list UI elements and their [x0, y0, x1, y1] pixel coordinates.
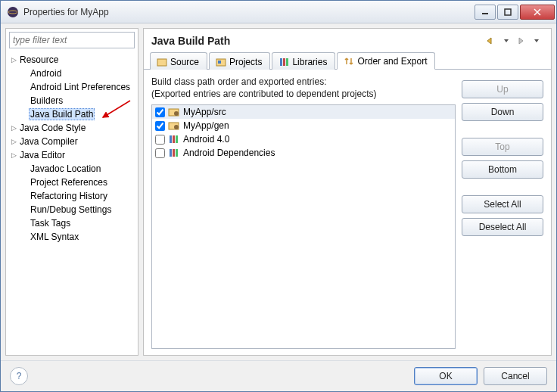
tree-item-xml-syntax[interactable]: XML Syntax: [6, 230, 138, 244]
tree-item-run-debug-settings[interactable]: Run/Debug Settings: [6, 203, 138, 216]
svg-point-14: [174, 111, 179, 116]
close-button[interactable]: [520, 5, 555, 20]
expand-icon[interactable]: ▷: [9, 138, 18, 145]
tree-item-label: Resource: [18, 54, 60, 65]
bottom-button[interactable]: Bottom: [462, 160, 543, 179]
select-all-button[interactable]: Select All: [462, 195, 543, 213]
tree-item-label: Java Build Path: [29, 108, 95, 120]
minimize-button[interactable]: [475, 5, 496, 20]
tree-item-label: Javadoc Location: [29, 163, 102, 174]
expand-icon[interactable]: ▷: [9, 56, 18, 64]
tree-item-javadoc-location[interactable]: Javadoc Location: [6, 162, 138, 176]
tab-label: Projects: [229, 57, 262, 67]
tab-label: Order and Export: [357, 56, 427, 67]
tree-item-label: Java Compiler: [18, 136, 79, 147]
library-icon: [168, 148, 180, 158]
down-button[interactable]: Down: [462, 103, 543, 121]
window-title: Properties for MyApp: [23, 7, 473, 17]
tab-source[interactable]: Source: [150, 52, 207, 70]
svg-rect-18: [173, 135, 175, 143]
entry-label: MyApp/src: [183, 107, 226, 117]
tree-item-builders[interactable]: Builders: [6, 94, 138, 107]
cancel-button[interactable]: Cancel: [484, 367, 547, 385]
tree-item-label: Builders: [29, 95, 64, 106]
expand-icon[interactable]: ▷: [9, 151, 18, 159]
svg-rect-22: [176, 149, 178, 157]
tree-item-java-code-style[interactable]: ▷Java Code Style: [6, 121, 138, 135]
ok-button[interactable]: OK: [414, 367, 478, 385]
category-sidebar: ▷ResourceAndroidAndroid Lint Preferences…: [5, 28, 138, 356]
tree-item-project-references[interactable]: Project References: [6, 176, 138, 189]
svg-rect-12: [286, 58, 288, 66]
svg-rect-11: [283, 58, 285, 66]
deselect-all-button[interactable]: Deselect All: [462, 218, 543, 236]
entry-checkbox[interactable]: [155, 121, 165, 131]
eclipse-icon: [7, 6, 19, 18]
page-title: Java Build Path: [151, 35, 484, 47]
entries-list[interactable]: MyApp/srcMyApp/genAndroid 4.0Android Dep…: [151, 104, 456, 349]
tree-item-label: Android: [29, 68, 63, 79]
svg-point-0: [8, 7, 18, 17]
tree-item-label: Android Lint Preferences: [29, 82, 132, 92]
projects-icon: [216, 57, 226, 67]
entry-checkbox[interactable]: [155, 148, 165, 158]
tab-label: Libraries: [292, 57, 327, 67]
top-button[interactable]: Top: [462, 138, 543, 156]
source-icon: [157, 57, 167, 67]
tree-item-android-lint-preferences[interactable]: Android Lint Preferences: [6, 80, 138, 94]
entry-label: MyApp/gen: [183, 120, 229, 131]
titlebar[interactable]: Properties for MyApp: [1, 1, 556, 23]
entry-label: Android 4.0: [183, 134, 229, 145]
description-line2: (Exported entries are contributed to dep…: [151, 88, 456, 100]
package-folder-icon: [168, 107, 180, 117]
entry-checkbox[interactable]: [155, 107, 165, 117]
tree-item-refactoring-history[interactable]: Refactoring History: [6, 189, 138, 203]
libraries-icon: [278, 57, 289, 67]
tree-item-label: Run/Debug Settings: [29, 204, 113, 215]
category-tree[interactable]: ▷ResourceAndroidAndroid Lint Preferences…: [6, 51, 138, 355]
tree-item-resource[interactable]: ▷Resource: [6, 53, 138, 67]
svg-rect-10: [280, 58, 282, 66]
package-folder-icon: [168, 120, 180, 131]
tree-item-java-editor[interactable]: ▷Java Editor: [6, 148, 138, 162]
tree-item-label: Project References: [29, 177, 109, 188]
help-button[interactable]: ?: [10, 367, 28, 385]
tree-item-label: Java Editor: [18, 150, 67, 160]
tree-item-label: XML Syntax: [29, 232, 80, 242]
tree-item-java-compiler[interactable]: ▷Java Compiler: [6, 135, 138, 148]
tree-item-java-build-path[interactable]: Java Build Path: [6, 107, 138, 121]
order-icon: [344, 56, 354, 67]
svg-rect-21: [173, 149, 175, 157]
filter-input[interactable]: [9, 32, 135, 48]
library-icon: [168, 134, 180, 145]
svg-rect-17: [170, 135, 172, 143]
svg-rect-7: [157, 59, 166, 66]
description-line1: Build class path order and exported entr…: [151, 76, 456, 88]
tab-libraries[interactable]: Libraries: [272, 52, 335, 70]
expand-icon[interactable]: ▷: [9, 124, 18, 132]
tab-order-and-export[interactable]: Order and Export: [337, 52, 435, 70]
tree-item-task-tags[interactable]: Task Tags: [6, 216, 138, 230]
entry-row[interactable]: MyApp/src: [152, 105, 455, 119]
back-menu-icon[interactable]: [499, 35, 513, 47]
tree-item-label: Task Tags: [29, 218, 72, 229]
tree-item-label: Java Code Style: [18, 123, 87, 133]
entry-row[interactable]: MyApp/gen: [152, 119, 455, 132]
entry-row[interactable]: Android Dependencies: [152, 146, 455, 160]
forward-menu-icon[interactable]: [530, 35, 543, 47]
tree-item-android[interactable]: Android: [6, 67, 138, 80]
forward-icon[interactable]: [515, 35, 528, 47]
tab-bar: SourceProjectsLibrariesOrder and Export: [144, 51, 551, 70]
back-icon[interactable]: [484, 35, 498, 47]
properties-dialog: Properties for MyApp ▷ResourceAndroidAnd…: [0, 0, 557, 392]
up-button[interactable]: Up: [462, 80, 543, 98]
main-panel: Java Build Path SourceProjectsLibrariesO…: [143, 28, 552, 356]
entry-label: Android Dependencies: [183, 148, 275, 158]
tab-projects[interactable]: Projects: [209, 52, 270, 70]
entry-row[interactable]: Android 4.0: [152, 132, 455, 146]
svg-rect-3: [505, 9, 511, 15]
tab-label: Source: [170, 57, 199, 67]
maximize-button[interactable]: [497, 5, 518, 20]
entry-checkbox[interactable]: [155, 135, 165, 145]
svg-rect-9: [218, 61, 221, 64]
